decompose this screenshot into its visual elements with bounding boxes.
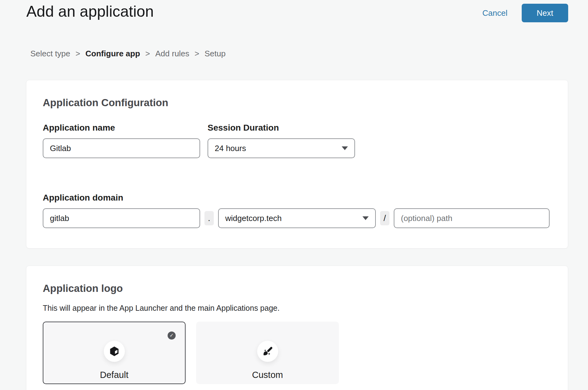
domain-select-wrap: widgetcorp.tech — [218, 208, 376, 228]
header-actions: Cancel Next — [482, 4, 568, 22]
cube-icon — [109, 346, 120, 357]
name-session-row: Application name Session Duration 24 hou… — [43, 123, 550, 158]
logo-card-description: This will appear in the App Launcher and… — [43, 304, 550, 313]
application-name-label: Application name — [43, 123, 200, 133]
page-title: Add an application — [26, 2, 154, 20]
selected-check-icon: ✓ — [168, 332, 176, 340]
custom-option-label: Custom — [197, 370, 338, 380]
next-button[interactable]: Next — [522, 4, 568, 22]
breadcrumb-step-select-type[interactable]: Select type — [30, 49, 70, 58]
paintbrush-icon — [262, 346, 273, 357]
application-name-input[interactable] — [43, 138, 200, 158]
breadcrumb-separator: > — [145, 49, 150, 58]
breadcrumb-separator: > — [76, 49, 80, 58]
default-option-label: Default — [43, 370, 185, 380]
application-domain-group: Application domain . widgetcorp.tech / — [43, 193, 550, 228]
chevron-down-icon — [362, 216, 369, 220]
logo-option-custom[interactable]: Custom — [196, 322, 339, 384]
breadcrumb-step-add-rules[interactable]: Add rules — [155, 49, 189, 58]
breadcrumb-separator: > — [195, 49, 199, 58]
slash-separator: / — [380, 211, 389, 225]
breadcrumb-step-configure-app[interactable]: Configure app — [86, 49, 140, 58]
cancel-button[interactable]: Cancel — [482, 8, 507, 18]
subdomain-input[interactable] — [43, 208, 200, 228]
subdomain-input-wrap — [43, 208, 200, 228]
custom-logo-circle — [257, 341, 278, 362]
logo-card-title: Application logo — [43, 283, 550, 294]
default-logo-circle — [104, 341, 125, 362]
chevron-down-icon — [342, 146, 348, 150]
application-name-group: Application name — [43, 123, 200, 158]
domain-select-value: widgetcorp.tech — [225, 214, 282, 223]
breadcrumb-step-setup[interactable]: Setup — [204, 49, 226, 58]
logo-option-tiles: ✓ Default C — [43, 322, 550, 384]
session-duration-select[interactable]: 24 hours — [208, 138, 355, 158]
application-domain-row: . widgetcorp.tech / — [43, 208, 550, 228]
session-duration-label: Session Duration — [208, 123, 355, 133]
session-duration-group: Session Duration 24 hours — [208, 123, 355, 158]
application-configuration-card: Application Configuration Application na… — [26, 80, 568, 249]
application-domain-label: Application domain — [43, 193, 550, 203]
dot-separator: . — [204, 211, 214, 225]
logo-option-default[interactable]: ✓ Default — [43, 322, 186, 384]
domain-select[interactable]: widgetcorp.tech — [218, 208, 376, 228]
session-duration-value: 24 hours — [215, 144, 246, 153]
breadcrumb: Select type > Configure app > Add rules … — [30, 49, 226, 58]
path-input-wrap — [394, 208, 550, 228]
application-logo-card: Application logo This will appear in the… — [26, 266, 568, 390]
path-input[interactable] — [394, 208, 550, 228]
configuration-card-title: Application Configuration — [43, 97, 550, 109]
add-application-page: Add an application Cancel Next Select ty… — [0, 0, 588, 390]
